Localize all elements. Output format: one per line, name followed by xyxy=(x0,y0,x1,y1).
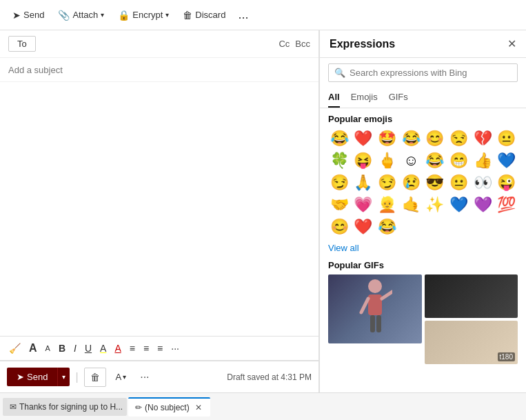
cc-button[interactable]: Cc xyxy=(279,39,290,49)
emoji-broken-heart[interactable]: 💔 xyxy=(472,128,494,149)
pencil-icon: ✏ xyxy=(135,403,142,412)
svg-rect-4 xyxy=(370,315,375,332)
font-color-icon: A xyxy=(116,372,122,382)
emoji-unamused[interactable]: 😒 xyxy=(447,128,470,149)
emoji-clover[interactable]: 🍀 xyxy=(328,150,351,171)
attach-button[interactable]: 📎 Attach ▾ xyxy=(52,7,110,23)
emoji-starstruck[interactable]: 🤩 xyxy=(376,128,398,149)
tab-emojis[interactable]: Emojis xyxy=(351,88,378,108)
align-left-button[interactable]: ≡ xyxy=(126,340,139,357)
send-button[interactable]: ➤ Send xyxy=(7,7,50,23)
font-color-button[interactable]: A xyxy=(111,340,124,357)
emoji-heart[interactable]: ❤️ xyxy=(352,128,375,149)
encrypt-button[interactable]: 🔒 Encrypt ▾ xyxy=(112,7,174,23)
send-toolbar: ➤ Send ▾ | 🗑 A ▾ ··· Draft saved at 4:31… xyxy=(0,361,318,392)
cc-bcc-area: Cc Bcc xyxy=(279,39,310,49)
discard-button[interactable]: 🗑 Discard xyxy=(177,7,231,23)
emoji-crying[interactable]: 😢 xyxy=(400,172,423,193)
subject-input[interactable] xyxy=(8,65,310,75)
gif-item-1[interactable] xyxy=(328,274,422,343)
expressions-close-button[interactable]: ✕ xyxy=(507,37,516,50)
compose-body[interactable] xyxy=(0,82,318,336)
emoji-tongue[interactable]: 😝 xyxy=(352,150,375,171)
bcc-button[interactable]: Bcc xyxy=(295,39,310,49)
emoji-neutral[interactable]: 😐 xyxy=(495,128,518,149)
expressions-search-input[interactable] xyxy=(350,68,512,78)
discard-trash-icon: 🗑 xyxy=(90,372,100,383)
emoji-grin[interactable]: 😁 xyxy=(447,150,470,171)
emoji-blue-heart[interactable]: 💙 xyxy=(495,150,518,171)
format-more-button[interactable]: ··· xyxy=(168,340,183,357)
emoji-blue-heart-2[interactable]: 💙 xyxy=(447,194,470,215)
emoji-sparkles[interactable]: ✨ xyxy=(424,194,447,215)
svg-rect-1 xyxy=(368,294,382,315)
gif-item-2[interactable] xyxy=(425,274,518,318)
clear-formatting-button[interactable]: 🧹 xyxy=(6,340,24,357)
emoji-handshake[interactable]: 🤝 xyxy=(328,194,351,215)
compose-more-button[interactable]: ··· xyxy=(136,368,153,387)
email-toolbar: ➤ Send 📎 Attach ▾ 🔒 Encrypt ▾ 🗑 Discard … xyxy=(0,0,526,30)
popular-gifs-title: Popular GIFs xyxy=(328,260,518,270)
font-size-down-button[interactable]: A xyxy=(42,341,54,355)
emoji-thumbsup[interactable]: 👍 xyxy=(472,150,494,171)
emoji-expressionless[interactable]: 😏 xyxy=(376,172,398,193)
send-dropdown-button[interactable]: ▾ xyxy=(57,368,70,386)
send-icon: ➤ xyxy=(12,10,21,21)
bottom-tab-signup-label: Thanks for signing up to H... xyxy=(19,402,123,412)
emoji-wink-tongue[interactable]: 😜 xyxy=(495,172,518,193)
emoji-smile[interactable]: 😊 xyxy=(424,128,447,149)
email-icon: ✉ xyxy=(10,402,17,412)
emoji-sunglasses[interactable]: 😎 xyxy=(424,172,447,193)
bottom-tab-close-button[interactable]: ✕ xyxy=(194,403,203,412)
tab-gifs[interactable]: GIFs xyxy=(389,88,408,108)
emoji-blush[interactable]: 😊 xyxy=(328,217,351,237)
indent-button[interactable]: ≡ xyxy=(154,340,166,357)
bold-button[interactable]: B xyxy=(55,340,69,357)
subject-row xyxy=(0,58,318,82)
expressions-header: Expressions ✕ xyxy=(320,30,526,58)
send-arrow-icon: ➤ xyxy=(17,372,24,382)
view-all-link[interactable]: View all xyxy=(328,243,518,253)
discard-compose-button[interactable]: 🗑 xyxy=(84,368,106,387)
emoji-no-mouth[interactable]: 😐 xyxy=(447,172,470,193)
svg-point-0 xyxy=(368,279,382,293)
emoji-rofl[interactable]: 😂 xyxy=(400,128,423,149)
svg-line-3 xyxy=(382,292,392,299)
emoji-laughing-2[interactable]: 😂 xyxy=(376,217,398,237)
to-input[interactable] xyxy=(41,39,274,49)
font-color-compose-button[interactable]: A ▾ xyxy=(110,368,132,386)
highlight-button[interactable]: A xyxy=(97,340,110,357)
gif-item-3[interactable]: t180 xyxy=(425,321,518,364)
emoji-middlefinger[interactable]: 🖕 xyxy=(376,150,398,171)
emoji-call-me[interactable]: 🤙 xyxy=(400,194,423,215)
close-icon: ✕ xyxy=(507,38,516,50)
emoji-eyes[interactable]: 👀 xyxy=(472,172,494,193)
emoji-red-heart[interactable]: ❤️ xyxy=(352,217,375,237)
emoji-purple-heart[interactable]: 💜 xyxy=(472,194,494,215)
font-size-up-button[interactable]: A xyxy=(26,339,41,357)
font-color-dropdown-icon: ▾ xyxy=(123,373,126,381)
emoji-pink-heart[interactable]: 💗 xyxy=(352,194,375,215)
popular-emojis-title: Popular emojis xyxy=(328,114,518,124)
search-icon: 🔍 xyxy=(334,68,345,78)
compose-area: To Cc Bcc 🧹 A A B I U A A ≡ ≡ ≡ ··· xyxy=(0,30,319,392)
expressions-search-box[interactable]: 🔍 xyxy=(328,63,518,82)
emoji-person[interactable]: 👱 xyxy=(376,194,398,215)
italic-button[interactable]: I xyxy=(70,340,80,357)
bottom-tab-signup[interactable]: ✉ Thanks for signing up to H... xyxy=(3,398,127,416)
emoji-praying[interactable]: 🙏 xyxy=(352,172,375,193)
emoji-grid: 😂 ❤️ 🤩 😂 😊 😒 💔 😐 🍀 😝 🖕 ☺️ 😂 😁 👍 💙 😏 🙏 😏 xyxy=(328,128,518,237)
bottom-tab-nosubject[interactable]: ✏ (No subject) ✕ xyxy=(128,397,210,417)
svg-line-2 xyxy=(361,299,368,312)
underline-button[interactable]: U xyxy=(81,340,95,357)
emoji-100[interactable]: 💯 xyxy=(495,194,518,215)
more-options-button[interactable]: ... xyxy=(234,5,252,25)
encrypt-icon: 🔒 xyxy=(118,10,130,21)
emoji-smirk[interactable]: 😏 xyxy=(328,172,351,193)
emoji-laughing[interactable]: 😂 xyxy=(328,128,351,149)
send-main-button[interactable]: ➤ Send xyxy=(7,368,57,386)
tab-all[interactable]: All xyxy=(328,88,340,108)
emoji-joy[interactable]: 😂 xyxy=(424,150,447,171)
align-center-button[interactable]: ≡ xyxy=(140,340,152,357)
emoji-smiling[interactable]: ☺️ xyxy=(400,150,423,171)
